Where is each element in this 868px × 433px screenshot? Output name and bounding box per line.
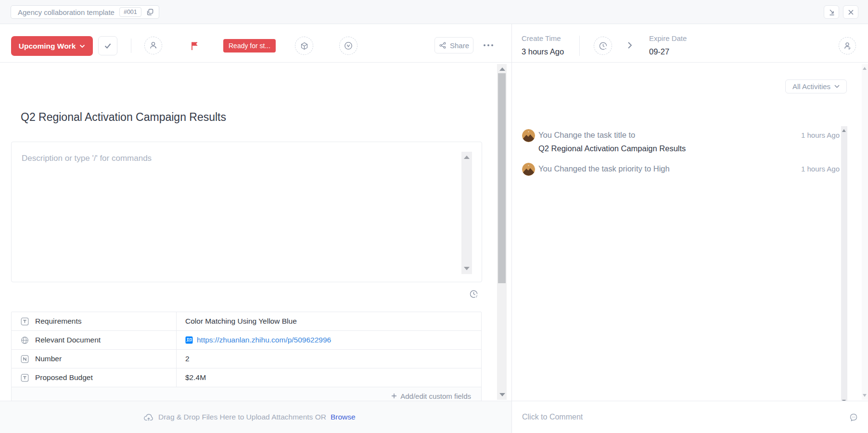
- task-title[interactable]: Q2 Regional Activation Campaign Results: [21, 111, 226, 124]
- activity-scrollbar[interactable]: [841, 126, 847, 406]
- task-meta-header: Create Time 3 hours Ago Expire Date: [512, 24, 868, 63]
- avatar: [522, 129, 535, 142]
- schedule-button[interactable]: [594, 37, 612, 55]
- share-label: Share: [450, 41, 469, 50]
- number-field-icon: [21, 355, 29, 363]
- status-label: Upcoming Work: [19, 42, 76, 51]
- copy-icon[interactable]: [146, 8, 154, 16]
- activity-feed: All Activities You Change the task title…: [512, 63, 868, 401]
- field-value-cell[interactable]: $2.4M: [177, 368, 481, 387]
- field-value: Color Matching Using Yellow Blue: [185, 317, 297, 326]
- circle-v-icon: [344, 41, 353, 51]
- person-check-icon: [843, 41, 852, 50]
- comment-bubble-icon[interactable]: [849, 413, 858, 422]
- activity-panel: Create Time 3 hours Ago Expire Date: [512, 24, 868, 433]
- description-history-button[interactable]: [469, 289, 479, 299]
- field-label-cell[interactable]: Relevant Document: [12, 331, 177, 349]
- text-field-icon: [21, 317, 29, 326]
- text-field-icon: [21, 374, 29, 382]
- field-label: Relevant Document: [35, 336, 101, 344]
- description-scrollbar[interactable]: [461, 152, 472, 274]
- plus-icon: [391, 393, 397, 399]
- field-value-cell[interactable]: 2: [177, 350, 481, 368]
- cube-icon: [300, 41, 309, 51]
- chevron-right-icon: [627, 41, 632, 49]
- share-icon: [439, 41, 447, 49]
- template-name: Agency collaboration template: [18, 8, 115, 16]
- watcher-add-button[interactable]: [839, 37, 856, 54]
- clock-icon: [599, 41, 608, 51]
- meta-divider: [579, 36, 580, 56]
- more-actions-button[interactable]: [480, 38, 497, 53]
- activity-detail: Q2 Regional Activation Campaign Results: [538, 144, 686, 153]
- field-label: Number: [35, 354, 62, 363]
- minimize-icon: [828, 8, 836, 16]
- create-time-value: 3 hours Ago: [522, 47, 564, 56]
- avatar: [522, 163, 535, 176]
- scroll-down-arrow[interactable]: [499, 393, 505, 396]
- task-number-badge: #001: [119, 7, 141, 17]
- main-scrollbar[interactable]: [497, 64, 507, 400]
- description-input[interactable]: Description or type '/' for commands: [11, 142, 482, 282]
- activity-filter-label: All Activities: [792, 82, 830, 91]
- package-button[interactable]: [295, 37, 313, 55]
- scroll-up-arrow[interactable]: [499, 67, 505, 71]
- field-row-requirements: Requirements Color Matching Using Yellow…: [12, 312, 481, 331]
- task-detail-window: Agency collaboration template #001: [0, 0, 868, 433]
- task-content: Q2 Regional Activation Campaign Results …: [0, 63, 497, 401]
- history-clock-icon: [469, 289, 478, 299]
- field-label-cell[interactable]: Requirements: [12, 312, 177, 330]
- comment-input-bar[interactable]: Click to Comment: [512, 401, 868, 433]
- person-add-icon: [149, 41, 158, 50]
- globe-icon: [21, 336, 29, 344]
- zhihu-favicon: [185, 336, 193, 344]
- add-edit-custom-fields-button[interactable]: Add/edit custom fields: [391, 392, 471, 400]
- custom-fields-table: Requirements Color Matching Using Yellow…: [11, 312, 482, 405]
- toolbar-divider: [131, 39, 131, 53]
- priority-flag-button[interactable]: [190, 41, 200, 52]
- version-button[interactable]: [339, 37, 357, 55]
- activity-filter-dropdown[interactable]: All Activities: [785, 79, 847, 93]
- task-main-panel: Upcoming Work: [0, 24, 511, 433]
- scrollbar-thumb[interactable]: [498, 73, 506, 283]
- scroll-up-arrow[interactable]: [863, 67, 867, 70]
- expire-date-value[interactable]: 09-27: [649, 47, 669, 56]
- scroll-up-arrow[interactable]: [464, 156, 470, 159]
- field-value-cell[interactable]: Color Matching Using Yellow Blue: [177, 312, 481, 330]
- field-label-cell[interactable]: Number: [12, 350, 177, 368]
- activity-text: You Change the task title to: [538, 131, 635, 140]
- topbar: Agency collaboration template #001: [0, 0, 868, 24]
- browse-files-link[interactable]: Browse: [331, 413, 356, 421]
- attachment-drop-text: Drag & Drop Files Here to Upload Attachm…: [158, 413, 326, 421]
- stage-badge-label: Ready for st...: [229, 42, 270, 50]
- complete-task-button[interactable]: [98, 36, 117, 55]
- share-button[interactable]: Share: [434, 37, 473, 53]
- scroll-down-arrow[interactable]: [863, 394, 867, 397]
- field-label-cell[interactable]: Proposed Budget: [12, 368, 177, 387]
- breadcrumb[interactable]: Agency collaboration template #001: [11, 5, 159, 19]
- field-value: $2.4M: [185, 373, 206, 382]
- description-placeholder: Description or type '/' for commands: [22, 154, 152, 163]
- scroll-up-arrow[interactable]: [842, 129, 846, 132]
- close-icon: [847, 9, 855, 16]
- field-label: Requirements: [35, 317, 82, 326]
- stage-badge[interactable]: Ready for st...: [223, 39, 276, 52]
- scroll-down-arrow[interactable]: [464, 267, 470, 270]
- comment-placeholder: Click to Comment: [522, 413, 583, 421]
- field-value-cell[interactable]: https://zhuanlan.zhihu.com/p/509622996: [177, 331, 481, 349]
- minimize-window-button[interactable]: [824, 5, 839, 19]
- assignee-add-button[interactable]: [144, 37, 162, 54]
- attachment-drop-zone[interactable]: Drag & Drop Files Here to Upload Attachm…: [0, 401, 511, 433]
- task-toolbar: Upcoming Work: [0, 24, 511, 63]
- activity-text: You Changed the task priority to High: [538, 164, 670, 173]
- panel-scrollbar[interactable]: [862, 64, 868, 400]
- activity-time: 1 hours Ago: [801, 131, 840, 139]
- status-dropdown-button[interactable]: Upcoming Work: [11, 36, 93, 56]
- close-window-button[interactable]: [843, 5, 858, 19]
- ellipsis-icon: [483, 44, 494, 47]
- relevant-document-link[interactable]: https://zhuanlan.zhihu.com/p/509622996: [197, 336, 331, 344]
- activity-item: You Changed the task priority to High 1 …: [522, 163, 840, 177]
- field-row-number: Number 2: [12, 350, 481, 368]
- cloud-upload-icon: [143, 413, 154, 421]
- check-icon: [103, 41, 112, 50]
